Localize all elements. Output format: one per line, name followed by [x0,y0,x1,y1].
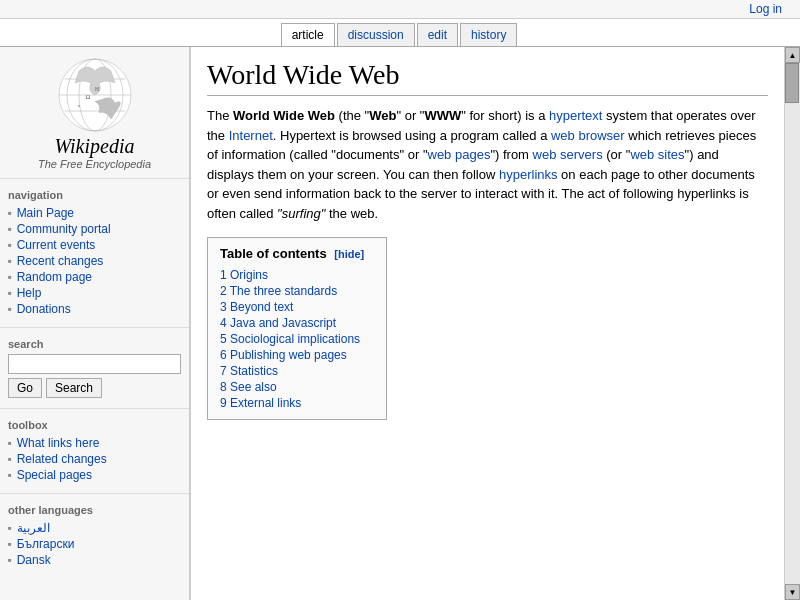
italic-surfing: "surfing" [277,206,325,221]
languages-list: العربية Български Dansk [8,520,181,568]
tab-history[interactable]: history [460,23,517,46]
list-item: Special pages [8,467,181,483]
tab-discussion[interactable]: discussion [337,23,415,46]
list-item: Main Page [8,205,181,221]
nav-main-page[interactable]: Main Page [17,206,74,220]
toc-link-beyond-text[interactable]: 3 Beyond text [220,300,293,314]
navigation-section-title: navigation [8,189,181,201]
toolbox-section-title: toolbox [8,419,181,431]
scrollbar: ▲ ▼ [784,47,800,600]
toc-item: 9 External links [220,395,374,411]
list-item: Community portal [8,221,181,237]
toc-link-statistics[interactable]: 7 Statistics [220,364,278,378]
toolbox-section: toolbox What links here Related changes … [0,413,189,489]
page-title: World Wide Web [207,59,768,96]
toolbox-related-changes[interactable]: Related changes [17,452,107,466]
link-web-sites[interactable]: web sites [630,147,684,162]
logo-area: Ω Η π Wikipedia The Free Encyclopedia [0,47,189,174]
search-section: search Go Search [0,332,189,404]
toc-item: 4 Java and Javascript [220,315,374,331]
lang-arabic[interactable]: العربية [17,521,50,535]
link-web-browser[interactable]: web browser [551,128,625,143]
bold-www-abbr: WWW [424,108,461,123]
lang-danish[interactable]: Dansk [17,553,51,567]
table-of-contents: Table of contents [hide] 1 Origins 2 The… [207,237,387,420]
toc-item: 6 Publishing web pages [220,347,374,363]
wiki-globe-icon: Ω Η π [55,55,135,135]
list-item: Help [8,285,181,301]
scrollbar-up-button[interactable]: ▲ [785,47,800,63]
nav-community-portal[interactable]: Community portal [17,222,111,236]
link-internet[interactable]: Internet [229,128,273,143]
navigation-section: navigation Main Page Community portal Cu… [0,183,189,323]
list-item: Dansk [8,552,181,568]
main-layout: Ω Η π Wikipedia The Free Encyclopedia na… [0,47,800,600]
list-item: What links here [8,435,181,451]
link-web-pages[interactable]: web pages [428,147,491,162]
intro-paragraph: The World Wide Web (the "Web" or "WWW" f… [207,106,768,223]
list-item: العربية [8,520,181,536]
toc-item: 1 Origins [220,267,374,283]
nav-current-events[interactable]: Current events [17,238,96,252]
nav-recent-changes[interactable]: Recent changes [17,254,104,268]
search-buttons: Go Search [8,378,181,398]
top-bar: Log in [0,0,800,19]
list-item: Български [8,536,181,552]
scrollbar-track[interactable] [785,63,800,584]
nav-random-page[interactable]: Random page [17,270,92,284]
scrollbar-down-button[interactable]: ▼ [785,584,800,600]
svg-text:Η: Η [95,86,99,92]
toc-item: 7 Statistics [220,363,374,379]
list-item: Random page [8,269,181,285]
nav-donations[interactable]: Donations [17,302,71,316]
toc-list: 1 Origins 2 The three standards 3 Beyond… [220,267,374,411]
search-input[interactable] [8,354,181,374]
tabs-bar: article discussion edit history [0,19,800,47]
navigation-list: Main Page Community portal Current event… [8,205,181,317]
toc-link-publishing[interactable]: 6 Publishing web pages [220,348,347,362]
svg-text:Ω: Ω [85,93,90,100]
list-item: Current events [8,237,181,253]
list-item: Donations [8,301,181,317]
go-button[interactable]: Go [8,378,42,398]
toc-item: 3 Beyond text [220,299,374,315]
toc-item: 8 See also [220,379,374,395]
toc-hide-button[interactable]: [hide] [334,248,364,260]
tab-article[interactable]: article [281,23,335,46]
bold-web: Web [369,108,396,123]
toc-link-origins[interactable]: 1 Origins [220,268,268,282]
login-link[interactable]: Log in [749,2,782,16]
wiki-title: Wikipedia [4,135,185,158]
toc-link-sociological[interactable]: 5 Sociological implications [220,332,360,346]
nav-help[interactable]: Help [17,286,42,300]
link-hyperlinks[interactable]: hyperlinks [499,167,558,182]
languages-section: other languages العربية Български Dansk [0,498,189,574]
toc-link-java[interactable]: 4 Java and Javascript [220,316,336,330]
search-section-title: search [8,338,181,350]
toc-title-text: Table of contents [220,246,327,261]
toc-link-three-standards[interactable]: 2 The three standards [220,284,337,298]
toc-item: 5 Sociological implications [220,331,374,347]
link-hypertext[interactable]: hypertext [549,108,602,123]
toc-link-external-links[interactable]: 9 External links [220,396,301,410]
scrollbar-thumb[interactable] [785,63,799,103]
toolbox-list: What links here Related changes Special … [8,435,181,483]
toc-link-see-also[interactable]: 8 See also [220,380,277,394]
toolbox-special-pages[interactable]: Special pages [17,468,92,482]
bold-www: World Wide Web [233,108,335,123]
lang-bulgarian[interactable]: Български [17,537,75,551]
sidebar: Ω Η π Wikipedia The Free Encyclopedia na… [0,47,190,600]
toc-title: Table of contents [hide] [220,246,374,261]
toolbox-what-links-here[interactable]: What links here [17,436,100,450]
list-item: Related changes [8,451,181,467]
search-button[interactable]: Search [46,378,102,398]
toc-item: 2 The three standards [220,283,374,299]
link-web-servers[interactable]: web servers [533,147,603,162]
main-content: World Wide Web The World Wide Web (the "… [190,47,784,600]
tab-edit[interactable]: edit [417,23,458,46]
wiki-subtitle: The Free Encyclopedia [4,158,185,170]
list-item: Recent changes [8,253,181,269]
languages-section-title: other languages [8,504,181,516]
